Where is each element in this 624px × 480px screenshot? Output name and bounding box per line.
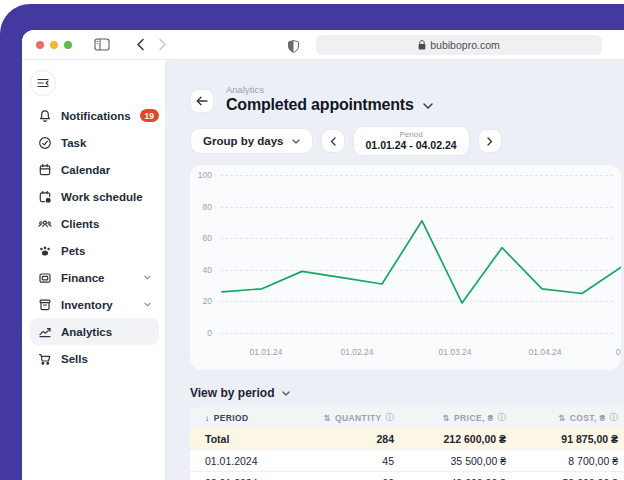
appointments-table: ↓PERIOD⇅QUANTITYⓘ⇅PRICE, ₴ⓘ⇅COST, ₴ⓘTota…	[190, 407, 624, 480]
sort-both-icon: ⇅	[558, 413, 566, 423]
period-cell: Total	[205, 433, 294, 445]
table-row[interactable]: Total284212 600,00 ₴91 875,00 ₴	[190, 428, 624, 450]
check-circle-icon	[38, 136, 52, 150]
sidebar-item-label: Calendar	[61, 164, 110, 176]
sort-desc-icon: ↓	[205, 413, 210, 423]
period-label: Period	[366, 130, 457, 139]
cart-icon	[38, 352, 52, 366]
group-by-dropdown[interactable]: Group by days	[190, 128, 313, 154]
browser-toolbar: bubibopro.com	[22, 30, 624, 60]
page-header: Analytics Completed appointments	[190, 84, 624, 114]
sidebar-item-analytics[interactable]: Analytics	[30, 318, 159, 345]
breadcrumb: Analytics	[226, 84, 433, 95]
chevron-down-icon	[282, 391, 290, 396]
bell-icon	[38, 109, 52, 123]
column-header-cost[interactable]: ⇅COST, ₴ⓘ	[506, 412, 618, 423]
sidebar-item-label: Sells	[61, 353, 88, 365]
sidebar-item-pets[interactable]: Pets	[30, 237, 159, 264]
period-prev-button[interactable]	[321, 129, 345, 153]
traffic-lights	[36, 41, 72, 49]
view-by-dropdown[interactable]: View by period	[190, 386, 290, 400]
sidebar-item-work-schedule[interactable]: Work schedule	[30, 183, 159, 210]
table-row[interactable]: 02.01.20246048 000,00 ₴50 000,00 ₴	[190, 472, 624, 480]
paw-icon	[38, 244, 52, 258]
sidebar-item-calendar[interactable]: Calendar	[30, 156, 159, 183]
address-bar[interactable]: bubibopro.com	[316, 35, 602, 55]
people-icon	[38, 217, 52, 231]
period-cell: 02.01.2024	[205, 477, 294, 480]
sidebar-toggle-icon[interactable]	[94, 38, 110, 51]
wallet-icon	[38, 271, 52, 285]
price-cell: 35 500,00 ₴	[394, 455, 506, 467]
sidebar: Notifications19TaskCalendarWork schedule…	[22, 60, 166, 480]
sidebar-item-sells[interactable]: Sells	[30, 345, 159, 372]
minimize-window-button[interactable]	[50, 41, 58, 49]
main-content: Analytics Completed appointments Group b…	[166, 60, 624, 480]
close-window-button[interactable]	[36, 41, 44, 49]
sidebar-item-task[interactable]: Task	[30, 129, 159, 156]
calendar-icon	[38, 163, 52, 177]
quantity-cell: 60	[294, 477, 394, 480]
line-chart: 02040608010001.01.2401.02.2401.03.2401.0…	[190, 165, 621, 370]
price-cell: 212 600,00 ₴	[394, 433, 506, 445]
table-header-row: ↓PERIOD⇅QUANTITYⓘ⇅PRICE, ₴ⓘ⇅COST, ₴ⓘ	[190, 407, 624, 428]
column-header-price[interactable]: ⇅PRICE, ₴ⓘ	[394, 412, 506, 423]
notification-count-badge: 19	[140, 109, 159, 122]
sidebar-item-label: Finance	[61, 272, 104, 284]
group-by-value: Group by days	[203, 135, 284, 147]
price-cell: 48 000,00 ₴	[394, 477, 506, 480]
sidebar-item-label: Clients	[61, 218, 99, 230]
table-row[interactable]: 01.01.20244535 500,00 ₴8 700,00 ₴	[190, 450, 624, 472]
cost-cell: 91 875,00 ₴	[506, 433, 618, 445]
sidebar-item-notifications[interactable]: Notifications19	[30, 102, 159, 129]
column-label: PRICE, ₴	[454, 413, 494, 423]
info-icon[interactable]: ⓘ	[498, 412, 506, 423]
forward-nav-icon[interactable]	[158, 38, 167, 51]
back-button[interactable]	[190, 89, 214, 113]
chevron-down-icon	[144, 302, 151, 307]
sidebar-item-label: Work schedule	[61, 191, 143, 203]
column-label: PERIOD	[214, 413, 249, 423]
box-icon	[38, 298, 52, 312]
sort-both-icon: ⇅	[442, 413, 450, 423]
sidebar-item-label: Notifications	[61, 110, 131, 122]
info-icon[interactable]: ⓘ	[610, 412, 618, 423]
column-label: QUANTITY	[335, 413, 382, 423]
quantity-cell: 45	[294, 455, 394, 467]
chevron-down-icon	[292, 139, 300, 144]
back-nav-icon[interactable]	[136, 38, 145, 51]
column-header-quantity[interactable]: ⇅QUANTITYⓘ	[294, 412, 394, 423]
sort-both-icon: ⇅	[323, 413, 331, 423]
screenshot: bubibopro.com Notifications19TaskCalenda…	[0, 0, 624, 480]
privacy-shield-icon[interactable]	[288, 39, 299, 57]
period-next-button[interactable]	[478, 129, 502, 153]
zoom-window-button[interactable]	[64, 41, 72, 49]
period-value: 01.01.24 - 04.02.24	[366, 139, 457, 152]
sidebar-menu: Notifications19TaskCalendarWork schedule…	[30, 102, 165, 372]
title-chevron-down-icon[interactable]	[423, 103, 433, 109]
sidebar-item-label: Pets	[61, 245, 85, 257]
sidebar-item-label: Task	[61, 137, 86, 149]
sidebar-item-finance[interactable]: Finance	[30, 264, 159, 291]
sidebar-item-inventory[interactable]: Inventory	[30, 291, 159, 318]
browser-window: bubibopro.com Notifications19TaskCalenda…	[22, 30, 624, 480]
view-by-value: View by period	[190, 386, 274, 400]
period-selector[interactable]: Period 01.01.24 - 04.02.24	[353, 126, 470, 156]
sidebar-item-clients[interactable]: Clients	[30, 210, 159, 237]
quantity-cell: 284	[294, 433, 394, 445]
chevron-down-icon	[144, 275, 151, 280]
page-title: Completed appointments	[226, 96, 414, 114]
info-icon[interactable]: ⓘ	[386, 412, 394, 423]
sidebar-collapse-button[interactable]	[30, 70, 56, 96]
period-cell: 01.01.2024	[205, 455, 294, 467]
lock-icon	[418, 40, 426, 50]
cost-cell: 8 700,00 ₴	[506, 455, 618, 467]
sidebar-item-label: Analytics	[61, 326, 112, 338]
column-label: COST, ₴	[570, 413, 606, 423]
calendar-clock-icon	[38, 190, 52, 204]
column-header-period[interactable]: ↓PERIOD	[205, 413, 294, 423]
cost-cell: 50 000,00 ₴	[506, 477, 618, 480]
chart-line-series	[190, 165, 621, 370]
chart-controls: Group by days Period 01.01.24 - 04.02.24	[190, 126, 624, 156]
chart-icon	[38, 325, 52, 339]
